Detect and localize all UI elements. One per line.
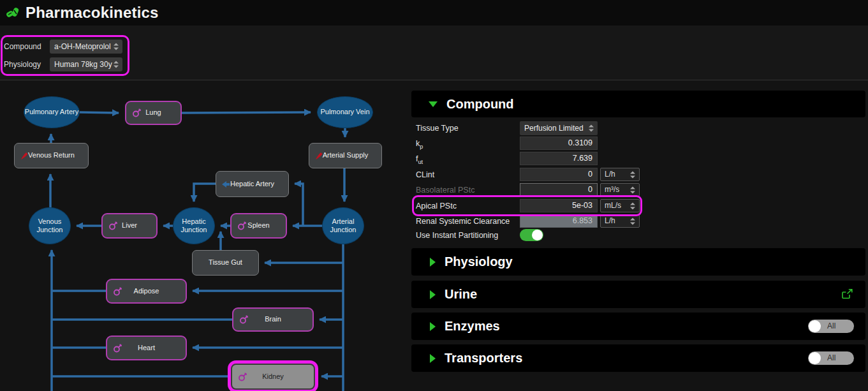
toggle-knob (809, 320, 821, 332)
kp-label: kp (416, 136, 423, 151)
transporters-all-toggle[interactable]: All (808, 351, 854, 365)
node-label: Kidney (262, 373, 284, 381)
spinner-icon (589, 125, 594, 132)
node-label: Spleen (247, 221, 269, 230)
section-compound-title: Compound (446, 97, 514, 112)
fut-label: fut (416, 151, 423, 166)
section-physiology-title: Physiology (445, 255, 513, 269)
toggle-knob (532, 230, 543, 240)
apical-pstc-label: Apical PStc (416, 198, 457, 214)
section-physiology[interactable]: Physiology (411, 248, 865, 276)
compound-select-label: Compound (4, 42, 50, 51)
section-enzymes[interactable]: Enzymes All (411, 313, 865, 340)
spinner-icon (114, 61, 119, 68)
node-kidney[interactable]: Kidney (231, 364, 315, 390)
tissue-type-label: Tissue Type (416, 121, 459, 136)
node-venous-junction[interactable]: Venous Junction (29, 207, 71, 244)
node-tissue-gut[interactable]: Tissue Gut (192, 250, 259, 276)
compound-select-value: a-OH-Metoprolol (54, 42, 111, 51)
clint-input[interactable]: 0 (520, 168, 598, 181)
field-row-renal-systemic-clearance: Renal Systemic Clearance 6.853 L/h (411, 214, 865, 229)
node-heart[interactable]: Heart (106, 336, 187, 360)
node-label: Hepatic Junction (173, 218, 214, 234)
basolateral-pstc-unit-select[interactable]: m³/s (600, 183, 640, 196)
clint-label: CLint (416, 167, 434, 182)
renal-systemic-clearance-label: Renal Systemic Clearance (416, 214, 510, 229)
physiology-select[interactable]: Human 78kg 30y (50, 57, 122, 71)
chevron-down-icon (429, 101, 438, 107)
kp-input[interactable]: 0.3109 (520, 136, 598, 150)
node-arterial-supply[interactable]: Arterial Supply (309, 143, 382, 168)
section-urine-title: Urine (445, 287, 477, 302)
apical-pstc-input[interactable]: 5e-03 (520, 199, 598, 212)
field-row-tissue-type: Tissue Type Perfusion Limited (411, 121, 865, 136)
node-label: Adipose (134, 287, 159, 295)
spinner-icon (630, 218, 635, 225)
section-compound[interactable]: Compound (411, 91, 865, 117)
use-instant-partitioning-toggle[interactable] (520, 229, 543, 241)
node-pulmonary-artery[interactable]: Pulmonary Artery (24, 96, 80, 128)
physiology-flow-diagram: Pulmonary Artery Lung Pulmonary Vein Ven… (0, 83, 411, 391)
basolateral-pstc-input[interactable]: 0 (520, 183, 598, 196)
spinner-icon (114, 43, 119, 50)
pharmacokinetics-logo-icon (5, 5, 20, 20)
spinner-icon (630, 202, 635, 209)
tissue-type-value: Perfusion Limited (524, 124, 584, 133)
node-hepatic-junction[interactable]: Hepatic Junction (173, 207, 215, 244)
chevron-right-icon (430, 354, 436, 363)
node-liver[interactable]: Liver (101, 213, 158, 239)
chevron-right-icon (430, 322, 436, 331)
flask-icon (113, 286, 122, 296)
app-header: Pharmacokinetics (0, 0, 868, 26)
flask-icon (132, 108, 142, 118)
toggle-knob (809, 352, 821, 364)
open-external-icon[interactable] (841, 289, 853, 302)
basolateral-pstc-label: Basolateral PStc (416, 182, 474, 198)
node-venous-return[interactable]: Venous Return (14, 143, 89, 168)
node-lung[interactable]: Lung (125, 101, 182, 125)
node-hepatic-artery[interactable]: Hepatic Artery (216, 171, 289, 197)
section-urine[interactable]: Urine (411, 281, 865, 308)
spinner-icon (630, 186, 635, 193)
enzymes-all-toggle-label: All (827, 320, 835, 333)
section-enzymes-title: Enzymes (445, 319, 500, 334)
node-label: Pulmonary Artery (25, 108, 78, 116)
node-label: Tissue Gut (209, 258, 242, 267)
node-label: Arterial Supply (323, 151, 369, 159)
field-row-fut: fut 7.639 (411, 151, 865, 166)
section-transporters[interactable]: Transporters All (411, 344, 865, 372)
enzymes-all-toggle[interactable]: All (808, 320, 854, 333)
renal-systemic-clearance-input: 6.853 (520, 214, 598, 228)
physiology-select-value: Human 78kg 30y (54, 60, 112, 69)
spinner-icon (630, 171, 635, 178)
renal-systemic-clearance-unit-select[interactable]: L/h (600, 214, 640, 228)
section-transporters-title: Transporters (445, 351, 522, 365)
node-spleen[interactable]: Spleen (230, 213, 287, 239)
apical-pstc-unit-value: mL/s (605, 201, 621, 210)
node-label: Brain (265, 315, 281, 323)
transporters-all-toggle-label: All (827, 351, 835, 365)
node-label: Lung (145, 108, 161, 117)
chevron-right-icon (430, 290, 436, 299)
basolateral-pstc-unit-value: m³/s (605, 185, 619, 194)
page-title: Pharmacokinetics (26, 4, 159, 22)
arrow-icon (222, 181, 230, 188)
node-brain[interactable]: Brain (232, 307, 314, 332)
clint-unit-select[interactable]: L/h (600, 168, 640, 181)
node-pulmonary-vein[interactable]: Pulmonary Vein (317, 96, 373, 128)
compound-select[interactable]: a-OH-Metoprolol (50, 40, 122, 54)
node-arterial-junction[interactable]: Arterial Junction (322, 207, 364, 244)
field-row-basolateral-pstc: Basolateral PStc 0 m³/s (411, 182, 865, 198)
chevron-right-icon (430, 258, 436, 267)
fut-input[interactable]: 7.639 (520, 152, 598, 165)
tissue-type-select[interactable]: Perfusion Limited (520, 121, 598, 135)
pen-icon (20, 151, 29, 160)
renal-systemic-clearance-unit-value: L/h (605, 216, 615, 225)
field-row-apical-pstc: Apical PStc 5e-03 mL/s (411, 198, 865, 214)
field-row-kp: kp 0.3109 (411, 136, 865, 151)
apical-pstc-unit-select[interactable]: mL/s (600, 199, 640, 212)
flask-icon (108, 221, 118, 231)
node-adipose[interactable]: Adipose (106, 279, 187, 304)
flask-icon (239, 315, 249, 325)
use-instant-partitioning-label: Use Instant Partitioning (416, 228, 498, 243)
